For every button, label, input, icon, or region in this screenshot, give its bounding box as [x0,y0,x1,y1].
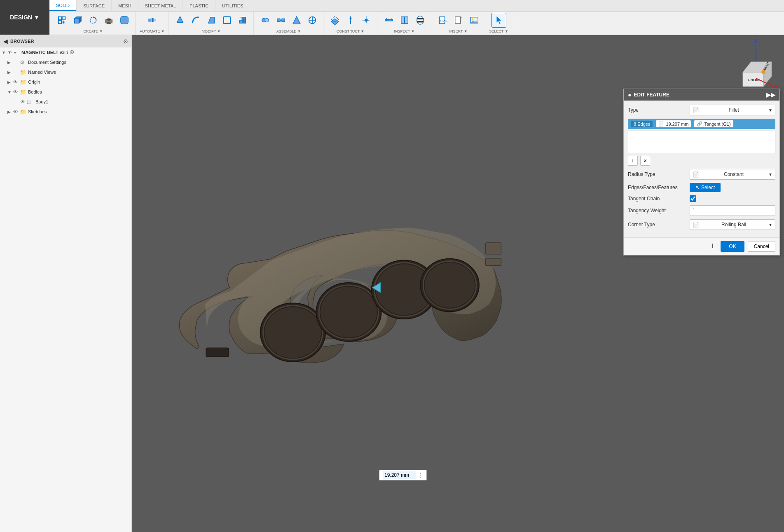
axis-btn[interactable] [343,13,358,28]
sketches-eye-icon[interactable]: 👁 [13,109,20,114]
tab-sheet-metal[interactable]: SHEET METAL [138,0,183,11]
remove-edge-btn[interactable]: × [640,156,650,166]
shell-btn[interactable] [220,13,234,28]
select-button[interactable]: ↖ Select [690,183,721,192]
new-component-btn[interactable] [54,13,69,28]
browser-back-icon[interactable]: ◀ [3,38,8,45]
point-btn[interactable] [359,13,374,28]
info-button[interactable]: ℹ [707,241,717,251]
edges-faces-row: Edges/Faces/Features ↖ Select [628,183,775,192]
svg-text:Z: Z [754,39,757,45]
radius-type-dropdown[interactable]: 📄 Constant ▼ [690,169,775,180]
edges-faces-label: Edges/Faces/Features [628,185,690,190]
type-dropdown-arrow: ▼ [768,108,772,112]
automate-group: AUTOMATE ▼ [136,12,169,35]
press-pull-btn[interactable] [173,13,187,28]
insert-dxf-btn[interactable] [451,13,466,28]
svg-point-42 [417,16,424,24]
svg-marker-16 [177,16,183,23]
tangent-chain-checkbox[interactable] [690,195,696,202]
body1-eye-icon[interactable]: 👁 [21,99,27,104]
motion-link-btn[interactable] [274,13,288,28]
radius-type-icon: 📄 [693,171,699,178]
offset-plane-btn[interactable] [328,13,342,28]
assemble3-btn[interactable] [289,13,304,28]
type-dropdown-value: Fillet [728,107,739,113]
svg-marker-18 [239,20,242,23]
origin-eye-icon[interactable]: 👁 [13,80,20,84]
create-group: CREATE ▼ [51,12,136,35]
view-cube[interactable]: Z FRONT RIGHT X [733,39,780,93]
section-analysis-btn[interactable] [397,13,412,28]
automate-btn[interactable] [141,13,163,28]
create-label: CREATE ▼ [83,29,103,33]
svg-point-49 [472,18,473,20]
svg-rect-5 [75,19,79,23]
edit-panel-info-icon: ● [628,91,631,98]
edges-badge: 8 Edges [631,121,653,127]
tree-named-views[interactable]: ▶ 📁 Named Views [0,67,131,77]
edges-tangent-text: Tangent (G1) [704,122,730,127]
tree-document-settings[interactable]: ▶ ⚙ Document Settings [0,57,131,67]
dimension-input[interactable] [383,471,416,479]
bodies-eye-icon[interactable]: 👁 [13,89,20,94]
tree-root[interactable]: ▼ 👁 ▪ MAGNETIC BELT v3 ℹ ⦿ [0,47,131,57]
fillet2-btn[interactable] [188,13,203,28]
browser-label: BROWSER [10,39,121,44]
revolve-btn[interactable] [86,13,101,28]
type-label: Type [628,107,690,113]
type-dropdown[interactable]: 📄 Fillet ▼ [690,105,775,115]
edges-value-icon: 📄 [658,121,664,127]
measure-btn[interactable] [381,13,396,28]
tree-origin[interactable]: ▶ 👁 📁 Origin [0,77,131,87]
corner-type-label: Corner Type [628,222,690,227]
svg-point-74 [761,70,765,74]
joint-btn[interactable] [258,13,273,28]
insert-img-btn[interactable] [467,13,482,28]
insert-svg-btn[interactable]: SVG [435,13,450,28]
svg-text:X: X [775,84,778,89]
svg-rect-22 [277,19,280,21]
svg-rect-14 [152,18,154,22]
tree-sketches[interactable]: ▶ 👁 📁 Sketches [0,107,131,117]
select-group: SELECT ▼ [486,12,512,35]
chamfer-btn[interactable] [204,13,219,28]
edges-chip-row: 8 Edges 📄 19.207 mm 🔗 Tangent (G1) [628,119,775,129]
root-folder-icon: ▪ [14,49,21,56]
type-row: Type 📄 Fillet ▼ [628,105,775,115]
sketches-expand: ▶ [7,110,13,114]
tab-utilities[interactable]: UTILITIES [215,0,250,11]
tab-plastic[interactable]: PLASTIC [183,0,215,11]
extrude-btn[interactable] [70,13,85,28]
select-btn[interactable] [491,13,506,28]
type-dropdown-icon: 📄 [693,107,699,113]
zebra-btn[interactable] [413,13,428,28]
edit-panel-expand-icon[interactable]: ▶▶ [766,91,775,98]
tangent-chain-control [690,195,775,202]
select-cursor-icon: ↖ [695,185,700,190]
tree-bodies[interactable]: ▼ 👁 📁 Bodies [0,87,131,97]
browser-settings-icon[interactable]: ⊙ [123,38,128,45]
hole-btn[interactable] [101,13,116,28]
assemble4-btn[interactable] [305,13,320,28]
add-edge-btn[interactable]: + [628,156,638,166]
tab-solid[interactable]: SOLID [49,0,77,11]
scale-btn[interactable] [235,13,250,28]
design-button[interactable]: DESIGN ▼ [0,0,49,35]
ok-button[interactable]: OK [721,241,744,252]
svg-rect-15 [154,19,156,21]
svg-rect-47 [455,17,460,24]
named-views-folder-icon: 📁 [20,69,27,75]
edges-row: 8 Edges 📄 19.207 mm 🔗 Tangent (G1) [628,119,775,129]
dimension-tooltip[interactable]: ⋮ [379,470,427,480]
fillet-btn[interactable] [117,13,132,28]
root-eye-icon[interactable]: 👁 [7,50,14,55]
corner-type-dropdown[interactable]: 📄 Rolling Ball ▼ [690,219,775,230]
tree-body1[interactable]: 👁 □ Body1 [0,97,131,107]
automate-label: AUTOMATE ▼ [140,29,165,33]
cancel-button[interactable]: Cancel [748,241,775,252]
tab-surface[interactable]: SURFACE [77,0,112,11]
tab-mesh[interactable]: MESH [112,0,138,11]
dimension-menu-icon[interactable]: ⋮ [417,472,423,478]
tangency-weight-input[interactable] [690,205,775,216]
